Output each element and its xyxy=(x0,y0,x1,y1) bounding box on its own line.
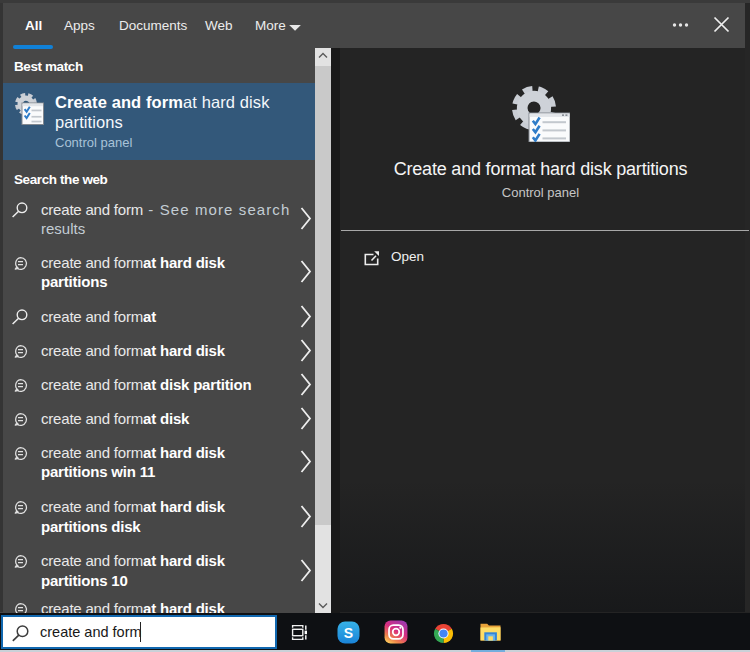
svg-text:S: S xyxy=(344,625,353,641)
